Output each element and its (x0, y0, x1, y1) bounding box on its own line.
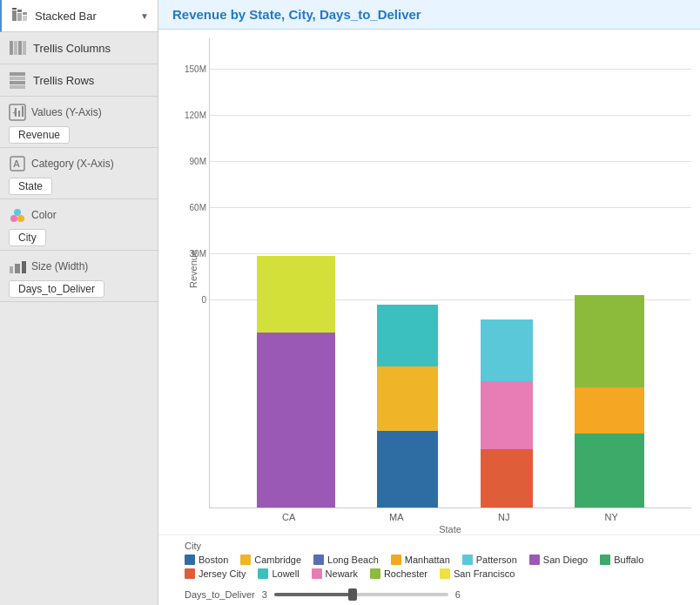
legend-item: Long Beach (313, 555, 379, 565)
legend-swatch (529, 555, 540, 565)
category-label: Category (X-Axis) (31, 158, 114, 170)
legend-swatch (258, 568, 268, 579)
legend-area: City BostonCambridgeLong BeachManhattanP… (158, 534, 700, 586)
legend-label: San Francisco (454, 568, 515, 579)
values-section: + Values (Y-Axis) Revenue (0, 97, 158, 148)
legend-label: Lowell (272, 568, 299, 579)
bars-wrapper (210, 38, 691, 508)
legend-swatch (240, 555, 251, 565)
svg-rect-4 (17, 10, 22, 12)
legend-label: Boston (199, 555, 228, 565)
color-section: Color City (0, 199, 158, 251)
legend-swatch (600, 555, 610, 565)
trellis-rows-label: Trellis Rows (33, 74, 149, 87)
legend-swatch (462, 555, 473, 565)
bar-segment (575, 434, 644, 508)
slider-max: 6 (455, 589, 461, 600)
slider-track[interactable] (274, 593, 448, 596)
bar-stack (257, 256, 335, 508)
y-tick-label: 0 (201, 295, 206, 305)
slider-min: 3 (262, 589, 267, 600)
legend-label: Buffalo (614, 555, 643, 565)
bar-segment (257, 256, 335, 333)
svg-rect-17 (18, 111, 20, 117)
legend-item: Buffalo (600, 555, 643, 565)
legend-item: Newark (312, 568, 358, 579)
y-tick-label: 60M (190, 203, 206, 212)
chart-area: Revenue 030M60M90M120M150M CAMANJNY Stat… (158, 30, 700, 534)
legend-label: San Diego (543, 555, 588, 565)
svg-rect-13 (10, 85, 25, 89)
svg-point-23 (14, 209, 21, 216)
svg-rect-24 (10, 266, 13, 273)
y-tick-label: 30M (190, 249, 206, 259)
svg-text:A: A (13, 158, 20, 169)
legend-item: Jersey City (185, 568, 246, 579)
bar-stack (377, 305, 438, 508)
svg-rect-6 (10, 41, 13, 55)
category-pill[interactable]: State (9, 178, 52, 195)
bar-segment (377, 366, 438, 431)
trellis-columns-icon (9, 39, 26, 57)
bar-segment (377, 305, 438, 366)
category-icon: A (9, 155, 26, 172)
stacked-bar-chevron: ▼ (140, 11, 149, 21)
bar-segment (575, 387, 644, 434)
bar-stack (575, 295, 644, 508)
legend-label: Newark (326, 568, 358, 579)
size-pill[interactable]: Days_to_Deliver (9, 280, 104, 298)
legend-item: Lowell (258, 568, 299, 579)
legend-swatch (440, 568, 450, 579)
x-axis-title: State (209, 524, 691, 534)
stacked-bar-label: Stacked Bar (35, 10, 140, 23)
svg-rect-25 (15, 264, 20, 273)
bar-group (377, 305, 438, 508)
y-tick-label: 90M (190, 157, 206, 166)
legend-item: San Diego (529, 555, 588, 565)
svg-rect-12 (10, 81, 25, 84)
sidebar-item-trellis-columns[interactable]: Trellis Columns (0, 32, 158, 64)
legend-item: Manhattan (391, 555, 450, 565)
svg-rect-18 (22, 106, 24, 117)
trellis-columns-label: Trellis Columns (33, 42, 149, 55)
bar-segment (257, 333, 335, 508)
legend-swatch (313, 555, 324, 565)
stacked-bar-icon (10, 7, 28, 24)
legend-item: Rochester (370, 568, 427, 579)
chart-grid: 030M60M90M120M150M (209, 38, 691, 508)
legend-item: Patterson (462, 555, 517, 565)
legend-item: San Francisco (440, 568, 515, 579)
size-icon (9, 258, 26, 275)
bar-group (575, 295, 644, 508)
svg-rect-11 (10, 77, 25, 80)
svg-rect-7 (14, 41, 17, 55)
x-axis-labels: CAMANJNY (209, 512, 691, 522)
values-pill[interactable]: Revenue (9, 126, 70, 144)
slider-thumb[interactable] (348, 588, 357, 601)
slider-area: Days_to_Deliver 3 6 (158, 586, 700, 605)
sidebar-item-trellis-rows[interactable]: Trellis Rows (0, 64, 158, 97)
values-label: Values (Y-Axis) (31, 106, 102, 118)
svg-rect-3 (12, 8, 17, 10)
bar-group (257, 256, 335, 508)
svg-rect-2 (23, 16, 27, 21)
size-label: Size (Width) (31, 260, 88, 272)
legend-row: BostonCambridgeLong BeachManhattanPatter… (185, 555, 691, 579)
color-pill[interactable]: City (9, 229, 46, 246)
legend-title: City (185, 541, 691, 551)
x-tick-label: CA (235, 512, 343, 522)
legend-label: Rochester (384, 568, 427, 579)
svg-point-22 (17, 215, 24, 222)
legend-swatch (185, 568, 195, 579)
bar-segment (377, 431, 438, 508)
svg-rect-26 (22, 261, 26, 273)
x-tick-label: NJ (450, 512, 558, 522)
bar-stack (481, 319, 533, 508)
legend-item: Boston (185, 555, 228, 565)
chart-container: Revenue 030M60M90M120M150M CAMANJNY Stat… (185, 38, 691, 534)
bar-segment (481, 319, 533, 381)
bar-segment (481, 449, 533, 508)
legend-swatch (185, 555, 195, 565)
svg-rect-8 (18, 41, 22, 55)
sidebar-item-stacked-bar[interactable]: Stacked Bar ▼ (0, 0, 158, 32)
